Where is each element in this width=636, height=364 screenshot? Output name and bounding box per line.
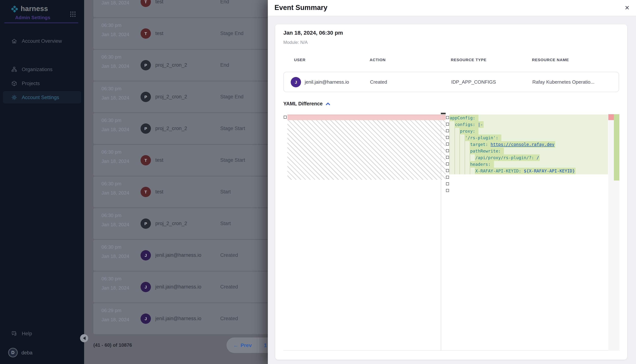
- arrow-left-icon: ←: [233, 342, 238, 348]
- table-row[interactable]: 06:30 pm Jan 18, 2024 J jenil.jain@harne…: [93, 240, 285, 271]
- row-action: Stage Start: [220, 157, 245, 163]
- row-user-name: proj_2_cron_2: [155, 221, 187, 226]
- row-date: Jan 18, 2024: [101, 254, 129, 259]
- home-icon: [11, 38, 17, 44]
- row-time: 06:30 pm: [101, 181, 121, 186]
- event-table-row: J jenil.jain@harness.io Created IDP_APP_…: [283, 72, 619, 92]
- event-user: jenil.jain@harness.io: [305, 79, 349, 85]
- event-datetime: Jan 18, 2024, 06:30 pm: [283, 30, 343, 36]
- table-row[interactable]: 06:30 pm Jan 18, 2024 P proj_2_cron_2 En…: [93, 50, 285, 81]
- column-header-resource-name: RESOURCE NAME: [532, 58, 569, 62]
- sidebar-item-label: Organizations: [22, 66, 53, 72]
- row-date: Jan 18, 2024: [101, 32, 129, 37]
- row-action: Stage Start: [220, 126, 245, 131]
- avatar: P: [141, 124, 151, 134]
- yaml-key: headers:: [470, 162, 491, 167]
- code-line: /api/proxy/rs-plugin/?: /: [449, 154, 608, 161]
- diff-glyph-square: [284, 116, 287, 119]
- row-action: Start: [220, 189, 231, 194]
- row-date: Jan 18, 2024: [101, 63, 129, 69]
- yaml-value[interactable]: ${X-RAFAY-API-KEYID}: [524, 168, 575, 174]
- row-time: 06:29 pm: [101, 308, 121, 313]
- avatar: P: [141, 60, 151, 70]
- column-header-resource-type: RESOURCE TYPE: [451, 58, 486, 62]
- code-line: configs: |-: [449, 121, 608, 128]
- table-row[interactable]: 06:30 pm Jan 18, 2024 T test Stage End: [93, 18, 285, 49]
- sidebar-item-projects[interactable]: Projects: [3, 77, 81, 90]
- row-action: Created: [220, 252, 238, 258]
- pagination-range: (41 - 60) of 10876: [93, 342, 132, 348]
- cube-icon: [11, 80, 17, 86]
- row-action: Stage End: [220, 30, 244, 36]
- table-row[interactable]: 06:30 pm Jan 18, 2024 P proj_2_cron_2 St…: [93, 82, 285, 112]
- sidebar-item-organizations[interactable]: Organizations: [3, 63, 81, 76]
- app-root: Jan 18, 2024 T test End 06:30 pm Jan 18,…: [0, 0, 636, 364]
- yaml-key: appConfig:: [450, 115, 475, 120]
- module-subtitle: Admin Settings: [15, 15, 50, 20]
- yaml-key: proxy:: [460, 128, 475, 134]
- avatar: T: [141, 187, 151, 197]
- table-row[interactable]: 06:29 pm Jan 18, 2024 J jenil.jain@harne…: [93, 303, 285, 334]
- row-action: End: [220, 0, 229, 4]
- avatar: T: [141, 28, 151, 39]
- diff-glyph-square: [446, 142, 449, 146]
- row-action: Created: [220, 284, 238, 290]
- yaml-key: /api/proxy/rs-plugin/?:: [475, 155, 534, 160]
- svg-text:?: ?: [13, 332, 14, 334]
- yaml-key: configs:: [455, 122, 475, 127]
- sidebar-item-account-overview[interactable]: Account Overview: [3, 35, 81, 47]
- yaml-key: target:: [470, 142, 488, 147]
- row-action: End: [220, 62, 229, 68]
- prev-page-button[interactable]: ← Prev: [227, 342, 258, 348]
- user-name: deba: [21, 350, 33, 355]
- brand: harness: [11, 5, 48, 13]
- row-user-name: test: [155, 189, 163, 194]
- close-icon[interactable]: ×: [625, 3, 629, 12]
- sidebar-divider: [5, 22, 78, 23]
- table-row[interactable]: Jan 18, 2024 T test End: [93, 0, 285, 17]
- yaml-value[interactable]: https://console.rafay.dev: [491, 142, 554, 147]
- table-row[interactable]: 06:30 pm Jan 18, 2024 P proj_2_cron_2 St…: [93, 208, 285, 239]
- app-grid-icon[interactable]: [70, 11, 76, 17]
- code-line: X-RAFAY-API-KEYID: ${X-RAFAY-API-KEYID}: [449, 168, 608, 174]
- diff-glyph-square: [446, 149, 449, 152]
- page-title: Event Summary: [275, 4, 327, 12]
- sidebar: harness Admin Settings Account Overview …: [0, 0, 84, 364]
- gear-icon: [11, 94, 17, 100]
- table-row[interactable]: 06:30 pm Jan 18, 2024 P proj_2_cron_2 St…: [93, 113, 285, 144]
- event-card: Jan 18, 2024, 06:30 pm Module: N/A USER …: [275, 24, 627, 360]
- sidebar-collapse-button[interactable]: [80, 334, 88, 342]
- yaml-value[interactable]: /: [537, 155, 539, 160]
- yaml-difference-toggle[interactable]: YAML Difference: [283, 101, 330, 106]
- table-row[interactable]: 06:30 pm Jan 18, 2024 T test Start: [93, 176, 285, 208]
- org-chart-icon: [11, 66, 17, 72]
- row-date: Jan 18, 2024: [101, 95, 129, 100]
- row-date: Jan 18, 2024: [101, 190, 129, 196]
- row-time: 06:30 pm: [101, 149, 121, 155]
- row-date: Jan 18, 2024: [101, 285, 129, 291]
- row-user-name: proj_2_cron_2: [155, 62, 187, 68]
- diff-glyph-square: [446, 176, 449, 179]
- diff-glyph-square: [446, 182, 449, 185]
- sidebar-item-account-settings[interactable]: Account Settings: [3, 91, 81, 104]
- help-button[interactable]: ? Help: [3, 327, 81, 340]
- diff-pane-divider[interactable]: [441, 114, 441, 351]
- brand-name: harness: [21, 5, 48, 13]
- diff-scroll-marker: [441, 113, 446, 114]
- audit-rows: Jan 18, 2024 T test End 06:30 pm Jan 18,…: [93, 0, 285, 335]
- chevron-left-icon: [83, 336, 85, 340]
- diff-missing-region: [287, 120, 446, 180]
- table-row[interactable]: 06:30 pm Jan 18, 2024 J jenil.jain@harne…: [93, 272, 285, 302]
- yaml-key: pathRewrite:: [470, 148, 501, 154]
- code-line: proxy:: [449, 128, 608, 134]
- yaml-value[interactable]: |-: [478, 122, 483, 127]
- row-action: Created: [220, 316, 238, 321]
- row-user-name: jenil.jain@harness.io: [155, 284, 201, 290]
- yaml-added-code: appConfig: configs: |- proxy: '/rs-plugi…: [449, 114, 608, 174]
- avatar: J: [291, 77, 301, 87]
- row-user-name: test: [155, 0, 163, 4]
- table-row[interactable]: 06:30 pm Jan 18, 2024 T test Stage Start: [93, 145, 285, 176]
- user-menu[interactable]: D deba: [8, 348, 33, 357]
- yaml-diff-editor[interactable]: appConfig: configs: |- proxy: '/rs-plugi…: [283, 114, 620, 351]
- diff-glyph-square: [446, 123, 449, 126]
